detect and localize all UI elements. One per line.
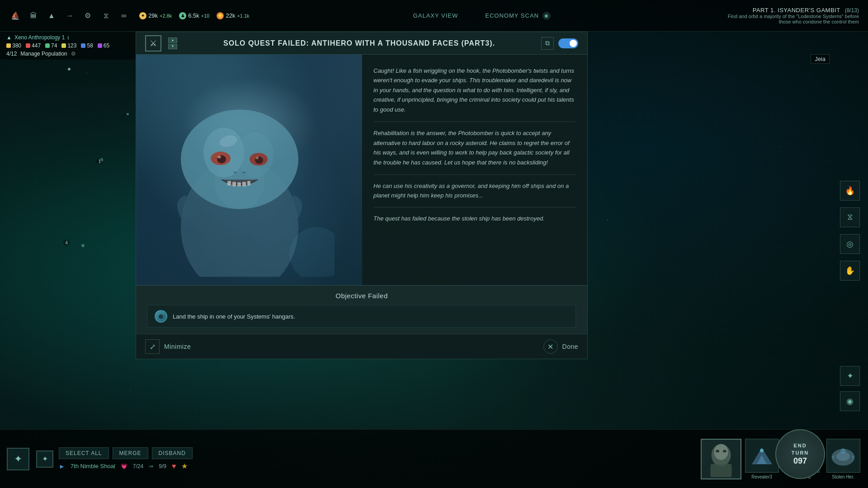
svg-point-32 bbox=[840, 448, 846, 454]
resource-pop: ♟ 6.5k +10 bbox=[179, 12, 209, 19]
xeno-label: ▲ Xeno Anthropology 1 ℹ bbox=[6, 34, 134, 41]
icon-arrow[interactable]: → bbox=[63, 9, 76, 22]
dot-yellow bbox=[61, 43, 66, 48]
icon-hourglass[interactable]: ⧖ bbox=[99, 9, 112, 22]
second-bar: ▲ Xeno Anthropology 1 ℹ 380 447 74 123 5… bbox=[0, 32, 140, 60]
merge-btn[interactable]: MERGE bbox=[113, 447, 148, 459]
icon-infinity[interactable]: ∞ bbox=[118, 9, 130, 22]
fleet-hp-text: 7/24 bbox=[133, 463, 143, 469]
res-yellow-val: 123 bbox=[67, 42, 76, 49]
economy-scan-label: ECONOMY SCAN bbox=[485, 12, 539, 19]
res-gold: 380 bbox=[6, 42, 21, 49]
ship-card-stolen[interactable]: Stolen Her. bbox=[825, 439, 861, 479]
objective-text: Land the ship in one of your Systems' ha… bbox=[173, 313, 295, 320]
ship-svg-3 bbox=[827, 439, 860, 472]
pop-delta: +10 bbox=[201, 13, 210, 19]
fleet-indicator-icon: ► bbox=[59, 463, 65, 470]
res-yellow: 123 bbox=[61, 42, 76, 49]
credits-delta: +2.8k bbox=[160, 13, 172, 19]
objective-item: ⊕ Land the ship in one of your Systems' … bbox=[147, 305, 576, 328]
minimize-icon: ⤢ bbox=[145, 339, 160, 354]
fleet-name-text: 7th Nimble Shoal bbox=[71, 463, 115, 469]
hero-card[interactable] bbox=[703, 439, 739, 479]
done-x-icon: ✕ bbox=[543, 339, 558, 354]
top-nav: GALAXY VIEW ECONOMY SCAN ◉ bbox=[250, 12, 714, 20]
pop-icon: ♟ bbox=[179, 12, 186, 19]
modal-header: ⚔ ▲ ▼ SOLO QUEST FAILED: ANTIHERO WITH A… bbox=[136, 32, 587, 55]
top-resources: ✦ 29k +2.8k ♟ 6.5k +10 ⭐ 22k +1.1k bbox=[139, 12, 250, 19]
res-purple-val: 65 bbox=[104, 42, 109, 49]
done-label: Done bbox=[562, 343, 578, 350]
resource-industry: ⭐ 22k +1.1k bbox=[217, 12, 249, 19]
ship-card-revealer[interactable]: Revealer3 bbox=[744, 439, 780, 479]
svg-point-21 bbox=[716, 450, 719, 452]
industry-delta: +1.1k bbox=[237, 13, 249, 19]
dot-red bbox=[26, 43, 30, 48]
right-icon-compass[interactable]: ✦ bbox=[840, 366, 860, 386]
quest-progress-text: (8/13) bbox=[845, 7, 859, 14]
modal-expand-btn[interactable]: ⧉ bbox=[541, 37, 554, 50]
right-panel-icon-hand[interactable]: ✋ bbox=[840, 261, 860, 281]
modal-image bbox=[136, 55, 362, 285]
res-blue-val: 58 bbox=[87, 42, 93, 49]
ship-portrait-revealer bbox=[745, 439, 779, 473]
resource-credits: ✦ 29k +2.8k bbox=[139, 12, 172, 19]
dot-gold bbox=[6, 43, 11, 48]
icon-triangle[interactable]: ▲ bbox=[45, 9, 58, 22]
economy-scan-icon: ◉ bbox=[542, 12, 551, 20]
alien-svg bbox=[145, 83, 335, 277]
modal-header-controls: ⧉ bbox=[541, 37, 578, 50]
right-icon-circle[interactable]: ◉ bbox=[840, 391, 860, 411]
xeno-text: Xeno Anthropology 1 bbox=[14, 34, 65, 41]
map-dot-4 bbox=[81, 244, 85, 247]
top-bar: ⛵ 🏛 ▲ → ⚙ ⧖ ∞ ✦ 29k +2.8k ♟ 6.5k +10 ⭐ 2… bbox=[0, 0, 868, 32]
fleet-hp-icon: 💗 bbox=[121, 463, 127, 469]
jeia-text: Jeia bbox=[815, 56, 826, 62]
fleet-heart-icon: ♥ bbox=[172, 462, 176, 470]
res-blue: 58 bbox=[81, 42, 93, 49]
icon-city[interactable]: 🏛 bbox=[27, 9, 40, 22]
modal-arrow-up[interactable]: ▲ bbox=[168, 38, 177, 43]
pop-manage-icon: ⚙ bbox=[71, 51, 76, 57]
divider-3 bbox=[373, 207, 576, 207]
right-panel-icon-target[interactable]: ◎ bbox=[840, 234, 860, 254]
done-button[interactable]: ✕ Done bbox=[543, 339, 578, 354]
map-dot-1 bbox=[68, 68, 71, 70]
hero-svg bbox=[702, 439, 741, 479]
minimize-button[interactable]: ⤢ Minimize bbox=[145, 339, 191, 354]
dot-blue bbox=[81, 43, 85, 48]
map-number-4: 4 bbox=[63, 239, 70, 246]
modal-arrow-down[interactable]: ▼ bbox=[168, 44, 177, 49]
ship-portrait-stolen bbox=[826, 439, 860, 473]
right-panel-bottom: ✦ ◉ bbox=[832, 366, 868, 416]
icon-ship[interactable]: ⛵ bbox=[9, 9, 22, 22]
hero-portrait bbox=[701, 439, 741, 479]
fleet-icon[interactable]: ✦ bbox=[7, 448, 29, 470]
economy-scan-btn[interactable]: ECONOMY SCAN ◉ bbox=[485, 12, 551, 20]
svg-point-9 bbox=[217, 156, 221, 159]
bottom-bar: ✦ ✦ SELECT ALL MERGE DISBAND ► 7th Nimbl… bbox=[0, 429, 868, 488]
res-red-val: 447 bbox=[32, 42, 41, 49]
modal-toggle[interactable] bbox=[558, 38, 578, 48]
end-turn-button[interactable]: END TURN 097 bbox=[775, 429, 825, 479]
merge-label: MERGE bbox=[119, 450, 142, 456]
res-purple: 65 bbox=[98, 42, 109, 49]
galaxy-view-btn[interactable]: GALAXY VIEW bbox=[413, 12, 458, 20]
compass-icon-bottom[interactable]: ✦ bbox=[36, 450, 53, 468]
minimize-label: Minimize bbox=[164, 343, 191, 350]
galaxy-view-label: GALAXY VIEW bbox=[413, 12, 458, 19]
dot-purple bbox=[98, 43, 102, 48]
select-all-btn[interactable]: SELECT ALL bbox=[59, 447, 109, 459]
res-green: 74 bbox=[45, 42, 57, 49]
icon-settings[interactable]: ⚙ bbox=[81, 9, 94, 22]
right-panel-icon-fire[interactable]: 🔥 bbox=[840, 181, 860, 201]
quest-text-3: He can use his creativity as a governor,… bbox=[373, 181, 576, 201]
objective-icon: ⊕ bbox=[155, 310, 167, 323]
credits-icon: ✦ bbox=[139, 12, 146, 19]
divider-2 bbox=[373, 174, 576, 175]
modal-quest-icon: ⚔ bbox=[145, 35, 161, 52]
svg-point-25 bbox=[760, 449, 764, 452]
select-all-label: SELECT ALL bbox=[66, 450, 102, 456]
disband-btn[interactable]: DISBAND bbox=[152, 447, 193, 459]
right-panel-icon-filter[interactable]: ⧖ bbox=[840, 207, 860, 227]
